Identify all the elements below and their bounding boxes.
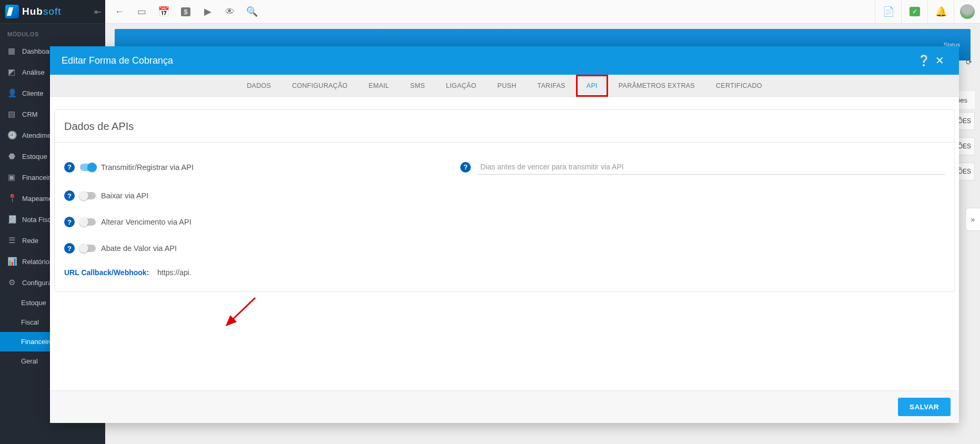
eye-icon[interactable]: 👁 [219, 0, 241, 24]
sidebar-item-icon: 🧾 [7, 215, 16, 224]
toggle-label: Transmitir/Registrar via API [101, 163, 194, 171]
toggle-row-alterar: ? Alterar Vencimento via API [55, 214, 954, 230]
calendar-icon[interactable]: 📅 [153, 0, 175, 24]
pdf-icon[interactable]: 📄 [875, 0, 901, 24]
url-callback-value: https://api. [157, 268, 191, 277]
sidebar-item-icon: 📊 [7, 257, 16, 266]
modal-header: Editar Forma de Cobrança ❔ ✕ [50, 46, 959, 75]
search-icon[interactable]: 🔍 [241, 0, 263, 24]
sidebar-item-icon: ☰ [7, 236, 16, 245]
sidebar-subitem-label: Financeiro [21, 338, 53, 346]
sidebar-item-icon: 📍 [7, 194, 16, 203]
sidebar-section-header: MÓDULOS [0, 24, 105, 41]
annotation-arrow-icon [224, 298, 260, 329]
brand-text-primary: Hub [22, 6, 43, 17]
sidebar-item-icon: ⬣ [7, 152, 16, 161]
sidebar-item-icon: ⚙ [7, 278, 16, 287]
money-icon[interactable]: $ [175, 0, 197, 24]
terminal-icon[interactable]: ▶ [197, 0, 219, 24]
dias-input[interactable] [478, 159, 945, 175]
api-panel: Dados de APIs ? Transmitir/Registrar via… [54, 109, 955, 292]
sidebar-collapse-icon[interactable]: ⇤ [94, 7, 101, 17]
sidebar-item-icon: 👤 [7, 88, 16, 98]
toggle-label: Baixar via API [101, 191, 148, 200]
toggle-row-baixar: ? Baixar via API [55, 187, 954, 204]
modal: Editar Forma de Cobrança ❔ ✕ DADOSCONFIG… [50, 46, 959, 423]
sidebar-item-icon: ▤ [7, 109, 16, 119]
tab-dados[interactable]: DADOS [236, 75, 281, 97]
modal-card: Editar Forma de Cobrança ❔ ✕ DADOSCONFIG… [50, 46, 959, 423]
toggle-label: Abate de Valor via API [101, 244, 177, 253]
sidebar-subitem-label: Geral [21, 357, 38, 365]
sidebar-item-icon: ▦ [7, 46, 16, 56]
tab-tarifas[interactable]: TARIFAS [527, 75, 575, 97]
modal-tabs: DADOSCONFIGURAÇÃOEMAILSMSLIGAÇÃOPUSHTARI… [50, 75, 959, 97]
modal-body: Dados de APIs ? Transmitir/Registrar via… [50, 97, 959, 390]
sidebar-item-label: Análise [22, 68, 45, 76]
toggle-abate[interactable] [80, 245, 96, 252]
help-icon[interactable]: ? [64, 217, 75, 227]
sidebar-item-label: Rede [22, 237, 38, 245]
toggle-baixar[interactable] [80, 192, 96, 199]
tab-ligação[interactable]: LIGAÇÃO [436, 75, 487, 97]
avatar-icon [960, 4, 975, 19]
sidebar-item-label: Financeiro [22, 174, 54, 181]
tab-certificado[interactable]: CERTIFICADO [705, 75, 773, 97]
status-ok-icon[interactable]: ✓ [901, 0, 927, 24]
help-icon[interactable]: ? [460, 162, 471, 173]
brand-logo: Hubsoft ⇤ [0, 0, 105, 24]
brand-mark-icon [5, 5, 19, 18]
sidebar-item-icon: 🕘 [7, 130, 16, 140]
tab-parâmetros-extras[interactable]: PARÂMETROS EXTRAS [608, 75, 705, 97]
sidebar-item-icon: ▣ [7, 173, 16, 182]
tab-sms[interactable]: SMS [400, 75, 436, 97]
modal-footer: SALVAR [50, 390, 959, 423]
sidebar-item-label: Estoque [22, 153, 47, 160]
sidebar-subitem-label: Fiscal [21, 318, 39, 326]
url-callback-line: URL Callback/Webhook: https://api. [55, 266, 954, 279]
save-button[interactable]: SALVAR [898, 398, 951, 416]
panel-title: Dados de APIs [55, 110, 954, 143]
toggle-row-abate: ? Abate de Valor via API [55, 240, 954, 257]
sidebar-item-label: CRM [22, 110, 38, 118]
modal-help-icon[interactable]: ❔ [916, 54, 932, 67]
toggle-label: Alterar Vencimento via API [101, 218, 191, 226]
toggle-transmitir[interactable] [80, 164, 96, 171]
help-icon[interactable]: ? [64, 243, 75, 254]
tab-push[interactable]: PUSH [487, 75, 527, 97]
sidebar-item-label: Cliente [22, 89, 43, 97]
toggle-alterar[interactable] [80, 218, 96, 226]
user-card-icon[interactable]: ▭ [130, 0, 153, 24]
notifications-icon[interactable]: 🔔 [927, 0, 954, 24]
help-icon[interactable]: ? [64, 190, 75, 201]
expand-side-panel-icon[interactable]: » [965, 208, 980, 231]
refresh-icon[interactable]: ⟳ [961, 54, 977, 70]
tab-api[interactable]: API [576, 75, 608, 97]
brand-text: Hubsoft [22, 6, 62, 17]
tab-configuração[interactable]: CONFIGURAÇÃO [281, 75, 358, 97]
sidebar-subitem-label: Estoque [21, 299, 46, 307]
svg-line-0 [227, 298, 255, 325]
help-icon[interactable]: ? [64, 162, 75, 173]
sidebar-item-icon: ◩ [7, 67, 16, 77]
brand-text-secondary: soft [43, 6, 62, 17]
modal-close-icon[interactable]: ✕ [932, 54, 947, 67]
tab-email[interactable]: EMAIL [358, 75, 400, 97]
topbar: ← ▭ 📅 $ ▶ 👁 🔍 📄 ✓ 🔔 [105, 0, 980, 24]
avatar-menu[interactable] [954, 0, 980, 24]
url-callback-label: URL Callback/Webhook: [64, 268, 149, 277]
toggle-row-transmitir: ? Transmitir/Registrar via API ? [55, 156, 954, 178]
sidebar-item-label: Relatórios [22, 258, 53, 266]
back-icon[interactable]: ← [108, 0, 130, 24]
modal-title: Editar Forma de Cobrança [62, 55, 173, 66]
